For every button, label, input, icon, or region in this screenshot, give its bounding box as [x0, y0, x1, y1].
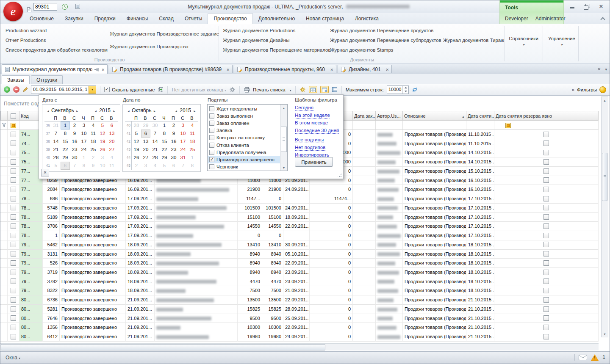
calendar-day[interactable]: 25 [188, 146, 197, 154]
calendar-day[interactable]: 1 [188, 154, 197, 162]
column-header-описание[interactable]: Описание [403, 111, 466, 121]
calendar-day[interactable]: 3 [79, 121, 89, 130]
delete-button[interactable] [13, 86, 19, 93]
subtype-контракт-на-поставку[interactable]: Контракт на поставку [208, 134, 280, 141]
calendar-day[interactable]: 28 [150, 154, 160, 162]
menu-tab-производство[interactable]: Производство [208, 13, 252, 24]
reserve-date-checkbox[interactable] [543, 187, 549, 192]
calendar-day[interactable]: 24 [79, 146, 89, 154]
calendar-day[interactable]: 27 [107, 146, 116, 154]
scroll-thumb[interactable] [281, 127, 287, 152]
tab-list-dropdown-icon[interactable] [605, 66, 607, 72]
collapse-filters-icon[interactable] [571, 87, 574, 93]
calendar-day[interactable]: 30 [150, 121, 160, 130]
subtype-link-нет-подтипов[interactable]: Нет подтипов [295, 145, 325, 151]
subtype-checkbox[interactable] [209, 113, 214, 119]
mail-icon[interactable] [579, 355, 587, 360]
row-checkbox[interactable] [11, 297, 16, 303]
menu-tab-закупки[interactable]: Закупки [59, 14, 89, 24]
row-checkbox[interactable] [11, 177, 16, 183]
horizontal-scrollbar[interactable] [0, 343, 599, 350]
calendar-day[interactable]: 14 [150, 138, 160, 146]
menu-tab-продажи[interactable]: Продажи [89, 14, 121, 24]
row-checkbox[interactable] [11, 288, 16, 293]
restore-button[interactable] [582, 3, 592, 10]
close-tab-icon[interactable] [385, 66, 389, 72]
calendar-day[interactable]: 2 [169, 121, 178, 130]
scroll-down-icon[interactable] [602, 331, 608, 337]
settings-gear-icon[interactable] [299, 87, 306, 93]
reserve-date-checkbox[interactable] [543, 297, 549, 303]
windows-menu[interactable]: Окна [6, 355, 20, 361]
calendar-day[interactable]: 11 [188, 130, 197, 138]
doc-tab-дизайны-401[interactable]: Дизайны, 401 [338, 65, 392, 73]
grid-view-button-active[interactable] [309, 86, 317, 93]
calendar-day[interactable]: 4 [107, 154, 116, 162]
row-checkbox[interactable] [11, 242, 16, 247]
calendar-day[interactable]: 29 [141, 121, 150, 130]
reserve-date-checkbox[interactable] [543, 168, 549, 174]
calendar-day[interactable]: 15 [61, 138, 70, 146]
calendar-day[interactable]: 14 [51, 138, 61, 146]
subtype-заказ-выполнен[interactable]: Заказ выполнен [208, 112, 280, 119]
reserve-date-checkbox[interactable] [543, 159, 549, 165]
prev-year-icon[interactable] [173, 108, 179, 113]
doc-number-input[interactable] [33, 3, 57, 11]
subtype-link-все-подтипы[interactable]: Все подтипы [295, 137, 324, 143]
calendar-day[interactable]: 8 [79, 162, 89, 170]
filter-checkbox[interactable] [505, 123, 511, 128]
subtype-checkbox[interactable] [209, 106, 214, 111]
calendar-day[interactable]: 5 [98, 121, 107, 130]
minimize-button[interactable] [567, 3, 577, 10]
ribbon-item-журнал-документов-productions[interactable]: Журнал документов Productions [223, 28, 295, 33]
calendar-day[interactable]: 6 [169, 162, 178, 170]
doc-tab-мультижурнал-документов-продаж[interactable]: Мультижурнал документов продаж [2, 64, 108, 74]
ribbon-item-production-wizzard[interactable]: Production wizzard [6, 28, 47, 33]
row-checkbox[interactable] [11, 315, 16, 321]
doc-tab-производственные-продукты-960[interactable]: Производственные продукты, 960 [234, 65, 336, 73]
subtype-отказ-клиента[interactable]: Отказ клиента [208, 141, 280, 149]
next-month-icon[interactable] [75, 108, 80, 113]
sub-tab-отгрузки[interactable]: Отгрузки [31, 75, 63, 84]
ribbon-dropdown-справочники[interactable]: Справочники [505, 29, 542, 56]
calendar-day[interactable]: 6 [61, 162, 70, 170]
printer-icon[interactable] [244, 87, 250, 93]
filter-template-link-сегодня[interactable]: Сегодня [295, 105, 313, 111]
calendar-day[interactable]: 10 [178, 130, 188, 138]
calendar-day[interactable]: 8 [188, 162, 197, 170]
row-checkbox[interactable] [11, 150, 16, 155]
row-checkbox[interactable] [11, 251, 16, 256]
subtype-checkbox[interactable] [209, 128, 214, 133]
ribbon-item-отчет-productions[interactable]: Отчет Productions [6, 38, 46, 43]
calendar-day[interactable]: 5 [160, 162, 169, 170]
combo-dropdown-button[interactable] [89, 86, 96, 94]
calendar-day[interactable]: 9 [70, 130, 79, 138]
calendar-day[interactable]: 18 [89, 138, 98, 146]
calendar-day[interactable]: 17 [178, 138, 188, 146]
prev-month-icon[interactable] [126, 108, 131, 113]
row-checkbox[interactable] [11, 159, 16, 165]
subtype-checkbox[interactable] [209, 150, 214, 155]
journal-icon-button[interactable] [73, 3, 82, 11]
resize-grip-icon[interactable] [337, 172, 342, 178]
scroll-down-icon[interactable] [280, 164, 287, 171]
calendar-day[interactable]: 11 [89, 130, 98, 138]
calendar-day[interactable]: 4 [188, 121, 197, 130]
filter-template-link-в-этом-месяце[interactable]: В этом месяце [295, 120, 328, 126]
ribbon-item-журнал-документов-дизайны[interactable]: Журнал документов Дизайны [223, 38, 289, 43]
calendar-day[interactable]: 30 [70, 154, 79, 162]
checkbox-checked-icon[interactable] [104, 87, 110, 92]
reserve-date-checkbox[interactable] [543, 306, 549, 312]
tools-tab-developer[interactable]: Developer [505, 16, 528, 22]
calendar-day[interactable]: 1 [61, 121, 70, 130]
calendar-day[interactable]: 30 [169, 154, 178, 162]
reserve-date-checkbox[interactable] [543, 205, 549, 210]
calendar-day[interactable]: 28 [132, 121, 141, 130]
close-tab-icon[interactable] [330, 66, 333, 72]
reserve-date-checkbox[interactable] [543, 325, 549, 330]
menu-tab-новая-страница[interactable]: Новая страница [300, 14, 349, 24]
reserve-date-checkbox[interactable] [543, 214, 549, 220]
calendar-day[interactable]: 31 [51, 121, 61, 130]
calendar-day[interactable]: 5 [132, 130, 141, 138]
reserve-date-checkbox[interactable] [543, 150, 549, 155]
